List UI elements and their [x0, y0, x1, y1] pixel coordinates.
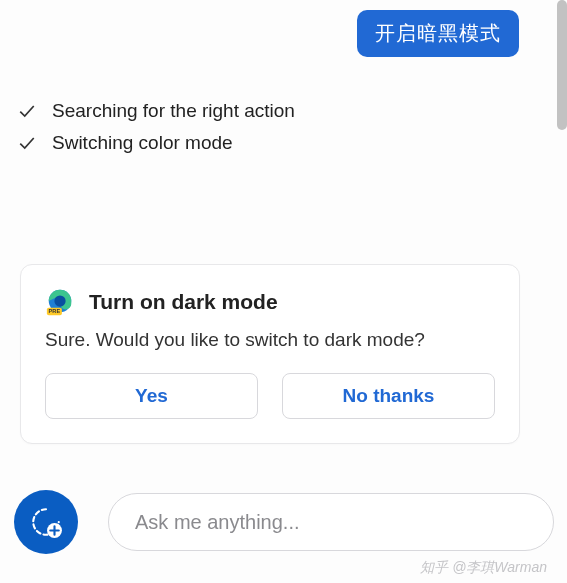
confirm-card: PRE Turn on dark mode Sure. Would you li… [20, 264, 520, 444]
chat-input[interactable]: Ask me anything... [108, 493, 554, 551]
edge-preview-icon: PRE [45, 287, 75, 317]
chat-input-placeholder: Ask me anything... [135, 511, 300, 534]
card-button-row: Yes No thanks [45, 373, 495, 419]
card-body-text: Sure. Would you like to switch to dark m… [45, 329, 495, 351]
status-row: Searching for the right action [18, 100, 295, 122]
status-list: Searching for the right action Switching… [18, 100, 295, 154]
card-title: Turn on dark mode [89, 290, 278, 314]
card-header: PRE Turn on dark mode [45, 287, 495, 317]
user-message-bubble: 开启暗黑模式 [357, 10, 519, 57]
check-icon [18, 102, 36, 120]
input-row: Ask me anything... [14, 490, 554, 554]
scrollbar-thumb[interactable] [557, 0, 567, 130]
chat-plus-icon [29, 505, 63, 539]
status-text: Switching color mode [52, 132, 233, 154]
watermark-text: 知乎 @李琪Warman [420, 559, 547, 577]
yes-button[interactable]: Yes [45, 373, 258, 419]
svg-text:PRE: PRE [49, 308, 61, 314]
user-message-text: 开启暗黑模式 [375, 22, 501, 44]
new-chat-button[interactable] [14, 490, 78, 554]
status-row: Switching color mode [18, 132, 295, 154]
svg-point-1 [54, 295, 65, 306]
check-icon [18, 134, 36, 152]
no-thanks-button[interactable]: No thanks [282, 373, 495, 419]
status-text: Searching for the right action [52, 100, 295, 122]
